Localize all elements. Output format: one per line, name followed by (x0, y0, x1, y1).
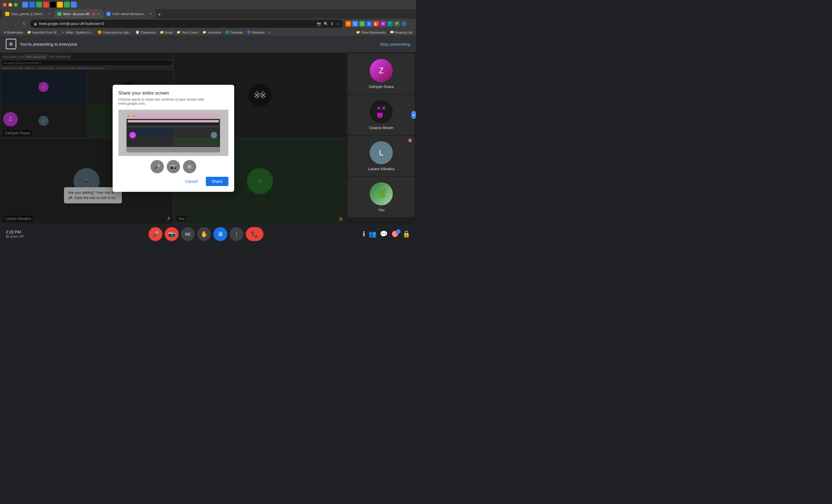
favicon-8 (71, 2, 77, 7)
ext-6[interactable]: T (387, 21, 393, 27)
present-button[interactable]: 🖥 (213, 227, 227, 241)
close-tab-color[interactable]: ✕ (149, 12, 153, 16)
ext-5[interactable]: M (380, 21, 386, 27)
presenting-banner: ⊞ You're presenting to everyone Stop pre… (0, 35, 416, 52)
security-button[interactable]: 🔒 (402, 230, 410, 238)
end-call-button[interactable]: 📞 (246, 227, 263, 241)
modal-controls: 🎤̷ 📷̷ ⊘ (119, 160, 228, 173)
security-icon: 🔒 (402, 230, 410, 238)
bookmark-more[interactable]: » (267, 30, 271, 35)
activities-button[interactable]: 🎯 5 (391, 230, 399, 238)
reload-button[interactable]: ↻ (21, 21, 28, 27)
thumb-dot-green (133, 115, 135, 117)
address-bar-row: ← → ↻ 🔒 meet.google.com/tjk-puuc-ufh?aut… (0, 19, 416, 29)
bottom-bar: 2:20 PM tjk-puuc-ufh 🎤 📷 CC ✋ 🖥 ⋮ 📞 (0, 224, 416, 244)
stop-presenting-button[interactable]: Stop presenting (380, 42, 410, 47)
modal-screen-content (127, 119, 220, 147)
modal-screen-topbar (127, 113, 220, 119)
presenting-icon: ⊞ (6, 39, 16, 49)
bookmarks-bar: ★ Bookmarks 📁 Imported From IE 🔺 Atlas -… (0, 29, 416, 35)
bookmark-email[interactable]: 📁 Email (159, 30, 174, 35)
modal-cancel-button[interactable]: Cancel (180, 177, 204, 186)
ext-1[interactable]: K (345, 21, 351, 27)
close-button[interactable] (3, 3, 7, 7)
more-options-icon[interactable]: ⋮ (408, 21, 414, 27)
chat-button[interactable]: 💬 (380, 230, 388, 238)
modal-share-button[interactable]: Share (206, 177, 228, 186)
lazaro-avatar-circle: L (370, 141, 393, 164)
lock-icon: 🔒 (33, 22, 37, 25)
video-grid: Story_period_8_Elect... Meet - tjk-puuc-… (0, 52, 346, 224)
share-modal: Share your entire screen Chrome wants to… (113, 85, 234, 192)
right-sidebar: Z ZaKiyah Grace ✕✕😈 Ceazus Brown ▶ 🔇 L L… (346, 52, 416, 224)
ext-google[interactable]: G (352, 21, 358, 27)
mic-off-icon: 🎤 (152, 231, 159, 238)
address-bar[interactable]: 🔒 meet.google.com/tjk-puuc-ufh?authuser=… (30, 20, 343, 28)
end-call-icon: 📞 (251, 231, 258, 238)
modal-mute-audio-button[interactable]: 🎤̷ (151, 160, 164, 173)
info-icon: ℹ (363, 230, 365, 238)
favicon-5 (50, 2, 56, 7)
search-icon: 🔍 (324, 22, 328, 26)
modal-mute-video-button[interactable]: 📷̷ (167, 160, 180, 173)
bookmark-nearpod[interactable]: 🔵 Nearpod (246, 30, 265, 35)
more-options-button[interactable]: ⋮ (230, 227, 243, 241)
favicon-2 (29, 2, 35, 7)
bookmark-atlas[interactable]: 🔺 Atlas - System Lo... (60, 30, 95, 35)
minimize-button[interactable] (8, 3, 12, 7)
you-avatar-circle: 🌿 (370, 182, 393, 206)
zakiyah-sidebar-name: ZaKiyah Grace (369, 84, 394, 89)
lazaro-sidebar-name: Lazaro Kibukira (368, 167, 394, 171)
meeting-time: 2:20 PM (6, 230, 49, 234)
captions-button[interactable]: CC (181, 227, 195, 241)
info-button[interactable]: ℹ (363, 230, 365, 238)
chat-icon: 💬 (380, 230, 388, 238)
raise-hand-button[interactable]: ✋ (197, 227, 211, 241)
maximize-button[interactable] (14, 3, 18, 7)
ext-puzzle[interactable]: 🧩 (394, 21, 400, 27)
bookmark-classroom-ligh[interactable]: 🟠 Classroom by Ligh... (96, 30, 133, 35)
ext-docs[interactable]: D (366, 21, 372, 27)
bookmark-reading-list[interactable]: 📖 Reading List (389, 30, 414, 35)
bookmark-classroom[interactable]: 📋 Classroom (134, 30, 157, 35)
ceazus-sidebar-name: Ceazus Brown (369, 126, 394, 130)
people-button[interactable]: 👥 (368, 230, 376, 238)
ext-drive[interactable]: D (359, 21, 365, 27)
favicon-3 (36, 2, 42, 7)
meeting-id: tjk-puuc-ufh (6, 234, 49, 238)
forward-button[interactable]: → (11, 21, 19, 27)
bookmark-schootool[interactable]: 📁 schootool (201, 30, 222, 35)
extension-icons: K G D D ▶ M T 🧩 👤 ⋮ (345, 21, 414, 27)
modal-camera-icon: 📷̷ (170, 163, 177, 170)
user-avatar-icon[interactable]: 👤 (401, 21, 407, 27)
back-button[interactable]: ← (2, 21, 9, 27)
bookmark-other[interactable]: 📁 Other Bookmarks (355, 30, 387, 35)
bookmark-tech-coach[interactable]: 📁 Tech Coach (176, 30, 200, 35)
favicon-7 (64, 2, 70, 7)
tab-meet[interactable]: M Meet - tjk-puuc-ufh ✕ (54, 9, 104, 19)
modal-block-button[interactable]: ⊘ (183, 160, 196, 173)
close-tab-meet[interactable]: ✕ (97, 12, 101, 16)
title-bar (0, 0, 416, 9)
zakiyah-sidebar-avatar: Z (370, 59, 393, 82)
camera-off-icon: 📷 (168, 231, 176, 238)
bookmark-translate[interactable]: 🌐 Translate (224, 30, 244, 35)
mute-mic-button[interactable]: 🎤 (149, 227, 162, 241)
modal-mic-icon: 🎤̷ (154, 163, 160, 170)
address-icons: 📷 🔍 ⬆ ☆ (317, 22, 340, 26)
mute-camera-button[interactable]: 📷 (165, 227, 179, 241)
favicon-1 (22, 2, 28, 7)
ext-youtube[interactable]: ▶ (373, 21, 379, 27)
more-icon: ⋮ (234, 231, 239, 238)
browser-chrome: Story_period_8_Electronic Me... ✕ M Meet… (0, 0, 416, 35)
bookmark-imported-from-ie[interactable]: 📁 Imported From IE (26, 30, 58, 35)
tab-color[interactable]: G Color wheel directions - Goog... ✕ (104, 9, 156, 19)
tab-story[interactable]: Story_period_8_Electronic Me... ✕ (2, 9, 54, 19)
sidebar-scroll-right[interactable]: ▶ (411, 111, 416, 119)
captions-icon: CC (185, 232, 191, 236)
bookmarks-label[interactable]: ★ Bookmarks (2, 30, 24, 35)
modal-screen-thumbnail (127, 113, 220, 153)
close-tab-story[interactable]: ✕ (48, 12, 52, 16)
new-tab-button[interactable]: + (156, 11, 163, 19)
share-modal-overlay: Share your entire screen Chrome wants to… (0, 52, 346, 224)
